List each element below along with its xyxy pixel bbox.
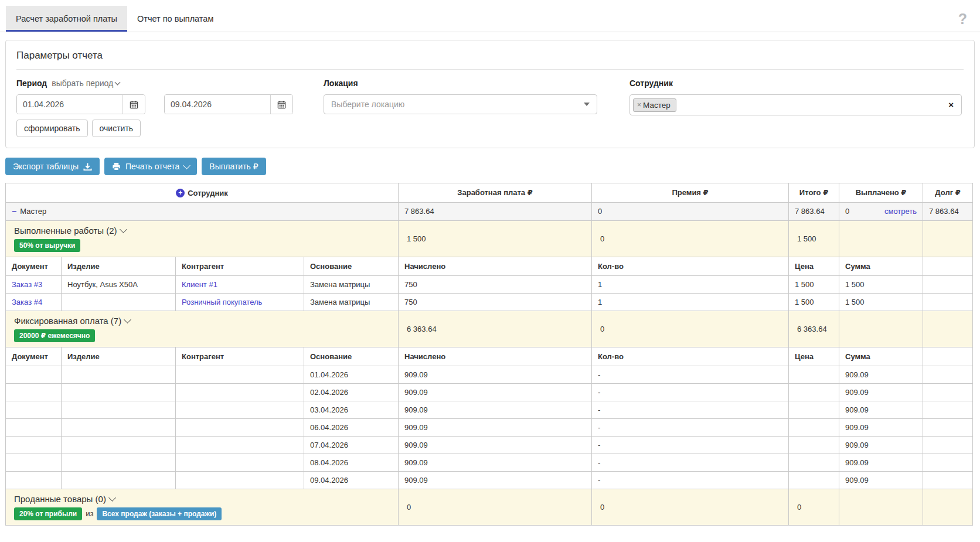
empty-cell: [789, 383, 839, 401]
empty-cell: [176, 454, 304, 471]
chevron-down-icon: [183, 162, 190, 169]
header-employee: + Сотрудник: [6, 183, 399, 203]
employee-name: Мастер: [20, 207, 46, 216]
order-link[interactable]: Заказ #4: [12, 298, 42, 306]
section-total: 1 500: [789, 220, 839, 257]
empty-cell: [839, 220, 923, 257]
section-toggle[interactable]: Выполненные работы (2): [14, 226, 126, 236]
location-select[interactable]: Выберите локацию: [324, 94, 597, 114]
empty-cell: [176, 401, 304, 418]
table-row: 09.04.2026 909.09 - 909.09: [6, 471, 973, 489]
employee-paid: 0: [845, 207, 849, 216]
empty-cell: [62, 436, 176, 454]
empty-cell: [923, 436, 973, 454]
empty-cell: [6, 401, 62, 418]
tab-bar: Расчет заработной платы Отчет по выплата…: [0, 0, 980, 32]
period-label: Период: [16, 79, 47, 88]
chevron-down-icon: [115, 80, 121, 86]
empty-cell: [923, 257, 973, 275]
report-params-panel: Параметры отчета Период выбрать период: [5, 40, 975, 148]
empty-cell: [789, 401, 839, 418]
section-bonus: 0: [592, 220, 789, 257]
main-header-row: + Сотрудник Заработная плата ₽ Премия ₽ …: [6, 183, 973, 203]
empty-cell: [62, 418, 176, 436]
table-row: 01.04.2026 909.09 - 909.09: [6, 366, 973, 383]
empty-cell: [923, 347, 973, 366]
export-table-button[interactable]: Экспорт таблицы: [5, 158, 100, 175]
empty-cell: [6, 418, 62, 436]
section-sold-goods: Проданные товары (0) 20% от прибыли из В…: [6, 489, 973, 525]
sales-scope-badge: Всех продаж (заказы + продажи): [97, 507, 222, 520]
collapse-icon[interactable]: −: [12, 207, 16, 216]
header-debt: Долг ₽: [923, 183, 973, 203]
calendar-icon[interactable]: [270, 95, 292, 114]
table-row: Заказ #3 Ноутбук, Asus X50A Клиент #1 За…: [6, 275, 973, 293]
chevron-down-icon: [108, 494, 116, 502]
section-salary: 1 500: [399, 220, 592, 257]
salary-table: + Сотрудник Заработная плата ₽ Премия ₽ …: [5, 183, 973, 526]
panel-title: Параметры отчета: [16, 50, 964, 70]
empty-cell: [789, 418, 839, 436]
clear-button[interactable]: очистить: [92, 120, 141, 137]
section-toggle[interactable]: Фиксированная оплата (7): [14, 316, 130, 326]
sub-header-row: Документ Изделие Контрагент Основание На…: [6, 257, 973, 275]
generate-button[interactable]: сформировать: [16, 120, 88, 137]
chevron-down-icon: [124, 316, 131, 323]
employee-tag: × Мастер: [633, 98, 676, 112]
empty-cell: [62, 401, 176, 418]
empty-cell: [62, 471, 176, 489]
printer-icon: [112, 162, 121, 171]
empty-cell: [62, 383, 176, 401]
section-salary: 0: [399, 489, 592, 525]
clear-selection-icon[interactable]: ×: [948, 100, 954, 109]
period-preset-selector[interactable]: выбрать период: [52, 79, 120, 88]
empty-cell: [923, 293, 973, 311]
help-icon[interactable]: ?: [958, 11, 967, 28]
download-icon: [83, 162, 92, 171]
section-fixed-payment: Фиксированная оплата (7) 20000 ₽ ежемеся…: [6, 311, 973, 347]
payout-button[interactable]: Выплатить ₽: [202, 158, 266, 175]
location-placeholder: Выберите локацию: [331, 100, 584, 109]
order-link[interactable]: Заказ #3: [12, 280, 42, 289]
employee-bonus: 0: [592, 202, 789, 220]
section-bonus: 0: [592, 311, 789, 347]
employee-salary: 7 863.64: [399, 202, 592, 220]
date-from-group: [16, 94, 145, 114]
empty-cell: [923, 401, 973, 418]
calendar-icon[interactable]: [122, 95, 145, 114]
empty-cell: [923, 471, 973, 489]
employee-tag-label: Мастер: [643, 101, 671, 110]
empty-cell: [789, 436, 839, 454]
empty-cell: [923, 220, 973, 257]
conjunction-text: из: [86, 509, 93, 518]
table-row: Заказ #4 Розничный покупатель Замена мат…: [6, 293, 973, 311]
client-link[interactable]: Розничный покупатель: [182, 298, 262, 306]
empty-cell: [839, 311, 923, 347]
location-label: Локация: [324, 79, 358, 88]
employee-multiselect[interactable]: × Мастер ×: [629, 94, 962, 115]
chevron-down-icon: [120, 226, 127, 233]
section-toggle[interactable]: Проданные товары (0): [14, 494, 115, 504]
empty-cell: [789, 471, 839, 489]
empty-cell: [6, 471, 62, 489]
add-icon[interactable]: +: [176, 189, 185, 197]
section-salary: 6 363.64: [399, 311, 592, 347]
client-link[interactable]: Клиент #1: [182, 280, 217, 289]
empty-cell: [176, 418, 304, 436]
tab-salary-calc[interactable]: Расчет заработной платы: [6, 6, 127, 32]
table-toolbar: Экспорт таблицы Печать отчета Выплатить …: [5, 158, 975, 175]
tag-remove-icon[interactable]: ×: [637, 101, 641, 108]
employee-total: 7 863.64: [789, 202, 839, 220]
period-group: Период выбрать период: [16, 77, 324, 137]
empty-cell: [789, 366, 839, 383]
date-to-input[interactable]: [165, 95, 270, 114]
view-payments-link[interactable]: смотреть: [884, 207, 917, 216]
empty-cell: [176, 436, 304, 454]
empty-cell: [6, 383, 62, 401]
date-from-input[interactable]: [17, 95, 122, 114]
table-row: 06.04.2026 909.09 - 909.09: [6, 418, 973, 436]
empty-cell: [6, 366, 62, 383]
tab-payout-report[interactable]: Отчет по выплатам: [127, 6, 223, 32]
print-report-button[interactable]: Печать отчета: [104, 158, 197, 175]
section-completed-works: Выполненные работы (2) 50% от выручки 1 …: [6, 220, 973, 257]
